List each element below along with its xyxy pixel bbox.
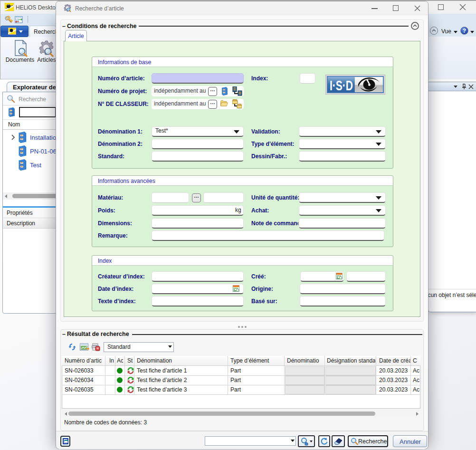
svg-text:I·S·D: I·S·D [330,77,353,93]
